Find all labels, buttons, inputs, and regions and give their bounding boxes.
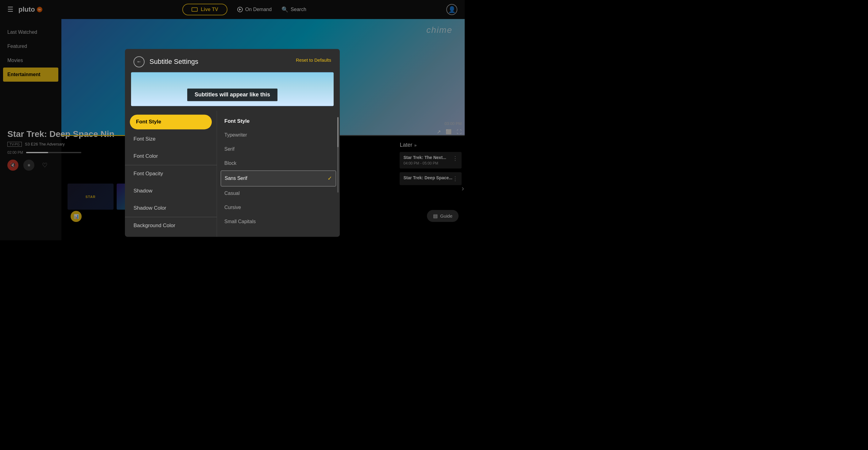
subtitle-preview: Subtitles will appear like this [131,72,334,106]
modal-title: Subtitle Settings [150,58,198,66]
font-option-typewriter[interactable]: Typewriter [217,128,340,142]
font-option-sans-serif[interactable]: Sans Serif ✓ [221,170,336,186]
modal-body: Font Style Font Size Font Color Font Opa… [125,111,340,237]
back-button[interactable]: ← [133,56,145,67]
left-menu: Font Style Font Size Font Color Font Opa… [125,111,217,237]
font-option-casual[interactable]: Casual [217,186,340,201]
left-menu-shadow-color[interactable]: Shadow Color [125,200,217,217]
font-option-cursive[interactable]: Cursive [217,201,340,215]
modal-header: ← Subtitle Settings Reset to Defaults [125,49,340,72]
scroll-thumb [337,117,339,147]
subtitle-preview-text: Subtitles will appear like this [195,91,270,98]
reset-defaults-link[interactable]: Reset to Defaults [296,57,331,63]
right-panel: Font Style Typewriter Serif Block Sans S… [217,111,340,237]
left-menu-font-opacity[interactable]: Font Opacity [125,165,217,182]
left-menu-font-color[interactable]: Font Color [125,148,217,165]
left-menu-font-style[interactable]: Font Style [130,115,212,129]
font-option-typewriter-label: Typewriter [224,132,247,138]
right-panel-inner: Font Style Typewriter Serif Block Sans S… [217,111,340,228]
check-icon: ✓ [328,175,332,182]
scrollbar [337,117,339,192]
font-option-sans-serif-label: Sans Serif [225,176,247,181]
subtitle-settings-modal: ← Subtitle Settings Reset to Defaults Su… [125,49,340,237]
font-option-small-capitals[interactable]: Small Capitals [217,215,340,228]
subtitle-text-box: Subtitles will appear like this [187,88,277,101]
font-option-block[interactable]: Block [217,156,340,170]
font-option-serif-label: Serif [224,146,235,152]
font-option-serif[interactable]: Serif [217,142,340,156]
left-menu-shadow[interactable]: Shadow [125,182,217,200]
font-option-small-capitals-label: Small Capitals [224,219,256,224]
right-panel-title: Font Style [217,116,340,128]
left-menu-font-size[interactable]: Font Size [125,130,217,148]
font-option-cursive-label: Cursive [224,205,241,210]
font-option-block-label: Block [224,160,236,166]
left-menu-background-color[interactable]: Background Color [125,217,217,234]
font-option-casual-label: Casual [224,191,240,196]
